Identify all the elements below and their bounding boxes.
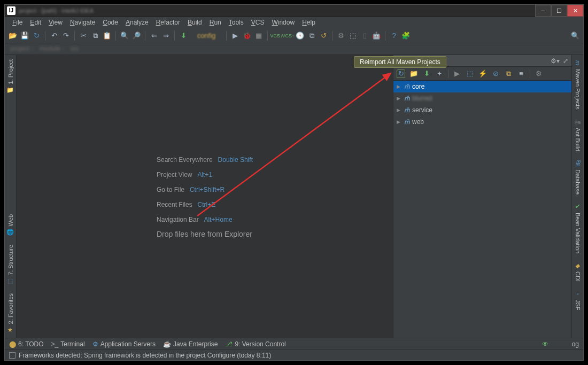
menu-navigate[interactable]: Navigate [67,18,98,27]
status-bar: Frameworks detected: Spring framework is… [5,350,583,360]
bottom-tool-strip: ⬤6: TODO>_Terminal⚙Application Servers☕J… [5,338,583,350]
sync-icon[interactable]: ↻ [32,31,41,41]
editor-area[interactable]: Search Everywhere Double ShiftProject Vi… [17,55,393,338]
reimport-icon[interactable]: ↻ [397,69,405,78]
toggle-offline-icon[interactable]: ⚡ [478,69,487,78]
status-right: og [572,340,579,348]
menu-vcs[interactable]: VCS [248,18,268,27]
revert-icon[interactable]: ↺ [319,31,328,41]
collapse-icon[interactable]: ≡ [517,69,525,78]
app-icon: IJ [7,6,16,15]
minimize-button[interactable]: ─ [535,5,551,17]
menu-tools[interactable]: Tools [226,18,247,27]
main-toolbar: 📂 💾 ↻ ↶ ↷ ✂ ⧉ 📋 🔍 🔎 ⇐ ⇒ ⬇ config ▶ 🐞 ▦ V… [5,28,583,43]
gear-icon[interactable]: ⚙▾ [551,57,560,65]
maven-module-row[interactable]: ▶m̃web [393,116,571,128]
left-tab-web[interactable]: 🌐Web [5,210,16,240]
breadcrumb-text: project 〉 module 〉 src [10,44,79,53]
maven-icon: m̃ [404,95,410,102]
maven-module-row[interactable]: ▶m̃service [393,104,571,116]
right-tab-cdi[interactable]: ◆CDI [572,258,583,286]
menu-build[interactable]: Build [184,18,205,27]
cut-icon[interactable]: ✂ [79,31,88,41]
bottom-tab-application-servers[interactable]: ⚙Application Servers [92,340,156,348]
find-icon[interactable]: 🔍 [120,31,129,41]
breadcrumb-bar[interactable]: project 〉 module 〉 src [5,43,583,55]
expand-icon[interactable]: ▶ [397,96,402,101]
maven-module-row[interactable]: ▶m̃core [393,81,571,92]
open-icon[interactable]: 📂 [8,31,18,41]
maximize-button[interactable]: ☐ [551,5,567,17]
execute-goal-icon[interactable]: ⬚ [466,69,474,78]
skip-tests-icon[interactable]: ⊘ [491,69,500,78]
right-tab-maven-projects[interactable]: mMaven Projects [572,55,583,114]
add-maven-icon[interactable]: + [435,69,444,78]
status-icon[interactable] [9,352,16,359]
save-icon[interactable]: 💾 [20,31,29,41]
maven-module-row[interactable]: ▶m̃blurred [393,92,571,104]
paste-icon[interactable]: 📋 [102,31,112,41]
expand-icon[interactable]: ▶ [397,119,402,125]
download-icon[interactable]: ⬇ [422,69,431,78]
welcome-hints: Search Everywhere Double ShiftProject Vi… [157,149,253,245]
menu-help[interactable]: Help [299,18,319,27]
redo-icon[interactable]: ↷ [61,31,71,41]
menu-run[interactable]: Run [206,18,225,27]
tooltip: Reimport All Maven Projects [354,56,446,68]
expand-icon[interactable]: ▶ [397,107,402,113]
coverage-icon[interactable]: ▦ [254,31,264,41]
hint-row: Navigation Bar Alt+Home [157,215,253,223]
project-structure-icon[interactable]: ⬚ [348,31,358,41]
left-tab-7-structure[interactable]: ⬚7: Structure [5,240,16,289]
right-tab-ant-build[interactable]: 🐜Ant Build [572,114,583,156]
bottom-tab-terminal[interactable]: >_Terminal [51,340,85,348]
close-button[interactable]: ✕ [567,5,583,17]
right-tool-strip: mMaven Projects🐜Ant Build🗄Database✔Bean … [571,55,583,338]
copy-icon[interactable]: ⧉ [90,31,100,41]
hint-row: Search Everywhere Double Shift [157,155,253,164]
bottom-tab-6-todo[interactable]: ⬤6: TODO [9,340,44,348]
right-tab-database[interactable]: 🗄Database [572,156,583,199]
hide-icon[interactable]: ⤢ [563,57,568,65]
vcs-update-icon[interactable]: VCS↓ [272,31,281,41]
inspections-icon[interactable]: 👁 [542,340,548,348]
bottom-tab-java-enterprise[interactable]: ☕Java Enterprise [163,340,218,348]
search-everywhere-icon[interactable]: 🔍 [570,31,580,41]
history-icon[interactable]: 🕓 [295,31,305,41]
menu-file[interactable]: File [9,18,26,27]
sdk-icon[interactable]: ▯ [360,31,369,41]
left-tab-2-favorites[interactable]: ★2: Favorites [5,289,16,338]
run-icon[interactable]: ▶ [230,31,240,41]
maven-icon: m̃ [404,83,410,90]
right-tab-jsf[interactable]: ▫JSF [572,286,583,315]
menu-view[interactable]: View [45,18,66,27]
menu-code[interactable]: Code [99,18,121,27]
debug-icon[interactable]: 🐞 [242,31,252,41]
help-icon[interactable]: ? [389,31,399,41]
android-icon[interactable]: 🤖 [372,31,381,41]
run-maven-icon[interactable]: ▶ [453,69,461,78]
expand-icon[interactable]: ▶ [397,84,402,89]
bottom-tab-9-version-control[interactable]: ⎇9: Version Control [225,340,285,348]
back-icon[interactable]: ⇐ [149,31,159,41]
forward-icon[interactable]: ⇒ [161,31,171,41]
undo-icon[interactable]: ↶ [49,31,59,41]
run-config[interactable]: config [190,31,222,41]
menu-edit[interactable]: Edit [27,18,44,27]
settings-icon[interactable]: ⚙ [336,31,346,41]
replace-icon[interactable]: 🔎 [131,31,141,41]
build-icon[interactable]: ⬇ [179,31,188,41]
maven-settings-icon[interactable]: ⚙ [535,69,543,78]
generate-sources-icon[interactable]: 📁 [409,69,418,78]
vcs-commit-icon[interactable]: VCS↑ [283,31,293,41]
left-tab-1-project[interactable]: 📁1: Project [5,55,16,98]
maven-tree[interactable]: ▶m̃core▶m̃blurred▶m̃service▶m̃web [393,81,571,338]
right-tab-bean-validation[interactable]: ✔Bean Validation [572,199,583,258]
menu-bar: FileEditViewNavigateCodeAnalyzeRefactorB… [5,17,583,28]
menu-refactor[interactable]: Refactor [153,18,183,27]
menu-analyze[interactable]: Analyze [122,18,152,27]
show-deps-icon[interactable]: ⧉ [504,69,513,78]
diff-icon[interactable]: ⧉ [307,31,316,41]
menu-window[interactable]: Window [268,18,298,27]
plugin-icon[interactable]: 🧩 [401,31,411,41]
